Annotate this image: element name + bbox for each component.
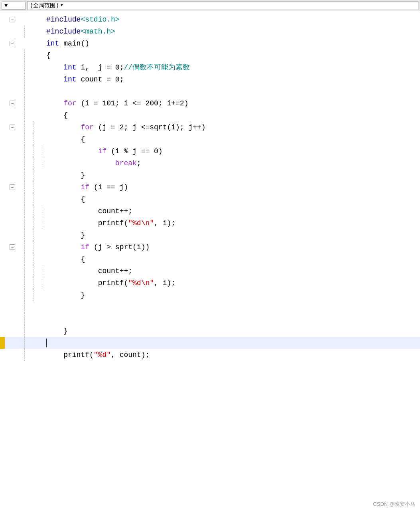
code-text <box>46 301 420 313</box>
depth-area <box>20 26 46 38</box>
depth-area <box>20 241 46 253</box>
code-text: count++; <box>46 205 420 217</box>
line-row: break; <box>0 157 420 169</box>
gutter-area <box>5 145 20 157</box>
collapse-btn[interactable]: − <box>10 101 15 106</box>
code-text: printf("%d\n", i); <box>46 217 420 229</box>
gutter-area: − <box>5 241 20 253</box>
left-dropdown[interactable]: ▼ <box>2 2 26 10</box>
line-row: printf("%d\n", i); <box>0 217 420 229</box>
gutter-area <box>5 26 20 38</box>
line-row <box>0 313 420 325</box>
line-row: } <box>0 169 420 181</box>
depth-area <box>20 73 46 85</box>
gutter-area <box>5 301 20 313</box>
code-text: printf("%d", count); <box>46 349 420 361</box>
line-row: int count = 0; <box>0 73 420 85</box>
depth-area <box>20 85 46 97</box>
code-lines: −#include<stdio.h>#include<math.h>−int m… <box>0 11 420 511</box>
gutter-area: − <box>5 181 20 193</box>
gutter-area: − <box>5 97 20 109</box>
depth-area <box>20 50 46 61</box>
line-row: { <box>0 109 420 121</box>
depth-area <box>20 61 46 73</box>
code-text: { <box>46 253 420 265</box>
collapse-btn[interactable]: − <box>10 244 15 250</box>
code-text: int i, j = 0;//偶数不可能为素数 <box>46 61 420 73</box>
depth-area <box>20 253 46 265</box>
depth-area <box>20 337 46 349</box>
code-text: int count = 0; <box>46 73 420 85</box>
gutter-area: − <box>5 38 20 50</box>
collapse-btn[interactable]: − <box>10 125 15 130</box>
line-row: printf("%d\n", i); <box>0 277 420 289</box>
code-text: for (i = 101; i <= 200; i+=2) <box>46 97 420 109</box>
code-text: #include<math.h> <box>46 26 420 38</box>
code-text: int main() <box>46 38 420 50</box>
gutter-area <box>5 109 20 121</box>
line-row: { <box>0 50 420 61</box>
code-text: } <box>46 229 420 241</box>
depth-area <box>20 193 46 205</box>
line-row: { <box>0 133 420 145</box>
code-text: { <box>46 193 420 205</box>
gutter-area <box>5 61 20 73</box>
code-text: count++; <box>46 265 420 277</box>
line-row <box>0 301 420 313</box>
depth-area <box>20 325 46 337</box>
code-text: { <box>46 109 420 121</box>
line-row: } <box>0 229 420 241</box>
code-text: for (j = 2; j <=sqrt(i); j++) <box>46 121 420 133</box>
gutter-area <box>5 253 20 265</box>
code-text: } <box>46 169 420 181</box>
top-bar: ▼ (全局范围) ▼ <box>0 0 420 11</box>
depth-area <box>20 289 46 301</box>
line-row: } <box>0 325 420 337</box>
yellow-marker <box>0 337 5 349</box>
line-row: −int main() <box>0 38 420 50</box>
depth-area <box>20 313 46 325</box>
dropdown-arrow: ▼ <box>61 3 63 8</box>
depth-area <box>20 265 46 277</box>
gutter-area <box>5 205 20 217</box>
code-text: #include<stdio.h> <box>46 14 420 26</box>
code-text <box>46 313 420 325</box>
code-text: printf("%d\n", i); <box>46 277 420 289</box>
depth-area <box>20 97 46 109</box>
collapse-btn[interactable]: − <box>10 17 15 22</box>
code-text: break; <box>46 157 420 169</box>
gutter-area <box>5 50 20 61</box>
depth-area <box>20 349 46 361</box>
depth-area <box>20 301 46 313</box>
gutter-area: − <box>5 14 20 26</box>
line-row: −#include<stdio.h> <box>0 14 420 26</box>
line-row: } <box>0 289 420 301</box>
collapse-btn[interactable]: − <box>10 184 15 190</box>
gutter-area <box>5 289 20 301</box>
line-row: printf("%d", count); <box>0 349 420 361</box>
depth-area <box>20 109 46 121</box>
right-dropdown[interactable]: (全局范围) ▼ <box>27 1 418 10</box>
collapse-btn[interactable]: − <box>10 41 15 46</box>
line-row: count++; <box>0 205 420 217</box>
gutter-area <box>5 325 20 337</box>
code-text <box>46 85 420 97</box>
gutter-area <box>5 229 20 241</box>
code-text <box>46 337 420 349</box>
code-text: { <box>46 50 420 61</box>
code-text: if (i == j) <box>46 181 420 193</box>
line-row: − if (j > sprt(i)) <box>0 241 420 253</box>
code-text: { <box>46 133 420 145</box>
depth-area <box>20 181 46 193</box>
depth-area <box>20 38 46 50</box>
editor-container: −#include<stdio.h>#include<math.h>−int m… <box>0 11 420 511</box>
code-text: if (i % j == 0) <box>46 145 420 157</box>
depth-area <box>20 277 46 289</box>
code-text: } <box>46 325 420 337</box>
gutter-area <box>5 193 20 205</box>
gutter-area <box>5 265 20 277</box>
gutter-area <box>5 133 20 145</box>
gutter-area <box>5 349 20 361</box>
depth-area <box>20 229 46 241</box>
line-row <box>0 85 420 97</box>
